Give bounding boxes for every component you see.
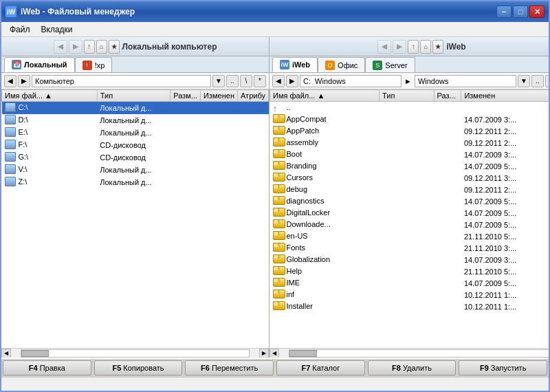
- left-hscroll-right[interactable]: ▶: [259, 349, 269, 358]
- right-file-row[interactable]: Globalization 14.07.2009 3:...: [270, 254, 549, 265]
- left-panel: ◀ ▶ ↑ ⌂ ★ Локальный компьютер 📅 Локальны…: [1, 37, 270, 358]
- folder-icon: [273, 161, 284, 170]
- right-file-row[interactable]: diagnostics 14.07.2009 5:...: [270, 195, 549, 207]
- left-file-row[interactable]: V:\ Локальный д...: [2, 164, 269, 176]
- left-forward-button[interactable]: ▶: [69, 40, 82, 54]
- right-address-input[interactable]: [300, 75, 402, 87]
- folder-icon: [273, 290, 284, 298]
- left-addr-forward[interactable]: ▶: [18, 75, 30, 87]
- right-addr-dot1[interactable]: ..: [531, 75, 544, 87]
- right-file-row[interactable]: Boot 14.07.2009 3:...: [270, 149, 549, 160]
- left-file-row[interactable]: G:\ CD-дисковод: [2, 151, 269, 164]
- func-btn-f7[interactable]: F7Каталог: [276, 360, 365, 375]
- left-file-row[interactable]: Z:\ Локальный д...: [2, 176, 269, 188]
- left-back-button[interactable]: ◀: [54, 40, 67, 54]
- minimize-button[interactable]: −: [496, 6, 512, 18]
- left-hscroll-left[interactable]: ◀: [1, 349, 11, 358]
- right-file-row[interactable]: AppCompat 14.07.2009 3:...: [270, 113, 549, 125]
- right-col-modified[interactable]: Изменен: [461, 90, 549, 102]
- right-file-row[interactable]: IME 14.07.2009 5:...: [270, 277, 549, 289]
- right-cell-size: [434, 301, 461, 312]
- left-tab-local[interactable]: 📅 Локальный: [4, 57, 75, 72]
- right-bookmark-button[interactable]: ★: [432, 40, 443, 54]
- left-hscroll-thumb[interactable]: [21, 350, 49, 357]
- right-col-name[interactable]: Имя файл... ▲: [270, 90, 380, 102]
- left-file-row[interactable]: E:\ Локальный д...: [2, 127, 269, 139]
- right-cell-type: [380, 289, 434, 301]
- right-forward-button[interactable]: ▶: [393, 40, 406, 54]
- right-file-row[interactable]: Help 21.11.2010 5:...: [270, 265, 549, 277]
- left-hscroll[interactable]: ◀ ▶: [1, 348, 269, 358]
- left-address-input[interactable]: [32, 75, 211, 87]
- left-addr-dot1[interactable]: ..: [226, 75, 239, 87]
- right-file-row[interactable]: Fonts 21.11.2010 3:... RS: [270, 242, 549, 254]
- left-col-modified[interactable]: Изменен: [201, 90, 238, 102]
- right-addr-back[interactable]: ◀: [272, 75, 285, 87]
- left-file-row[interactable]: D:\ Локальный д...: [2, 114, 269, 127]
- right-file-row[interactable]: inf 10.12.2011 1:...: [270, 289, 549, 301]
- func-action-label: Переместить: [212, 364, 258, 372]
- right-file-row[interactable]: ↑ ..: [270, 102, 549, 114]
- right-up-button[interactable]: ↑: [408, 40, 419, 54]
- func-btn-f5[interactable]: F5Копировать: [94, 360, 183, 375]
- left-home-button[interactable]: ⌂: [96, 40, 107, 54]
- right-address-path[interactable]: [415, 75, 516, 87]
- left-file-list[interactable]: Имя фай... ▲ Тип Разм... Изменен: [1, 89, 269, 348]
- left-file-row[interactable]: F:\ CD-дисковод: [2, 139, 269, 151]
- right-cell-size: [434, 242, 461, 254]
- right-addr-backslash[interactable]: \: [545, 75, 549, 87]
- left-addr-asterisk[interactable]: *: [254, 75, 266, 87]
- menu-tabs[interactable]: Вкладки: [36, 23, 78, 36]
- left-tab-xp[interactable]: ! !xp: [75, 57, 113, 72]
- right-col-type[interactable]: Тип: [380, 90, 434, 102]
- func-btn-f9[interactable]: F9Запустить: [459, 360, 547, 375]
- right-hscroll-left[interactable]: ◀: [270, 349, 279, 358]
- right-file-row[interactable]: DigitalLocker 14.07.2009 5:...: [270, 207, 549, 219]
- left-tab-local-label: Локальный: [24, 61, 67, 69]
- func-btn-f8[interactable]: F8Удалить: [368, 360, 456, 375]
- left-cell-attr: [238, 139, 269, 151]
- left-col-name[interactable]: Имя фай... ▲: [2, 90, 98, 102]
- right-tab-server[interactable]: S Server: [365, 57, 415, 72]
- left-cell-name: C:\: [2, 102, 98, 115]
- left-cell-name: F:\: [2, 139, 98, 151]
- right-file-row[interactable]: AppPatch 09.12.2011 2:...: [270, 125, 549, 137]
- right-hscroll-thumb[interactable]: [289, 350, 317, 357]
- right-addr-sep: ►: [403, 77, 413, 85]
- left-addr-back[interactable]: ◀: [4, 75, 16, 87]
- right-file-row[interactable]: Cursors 09.12.2011 3:...: [270, 172, 549, 184]
- func-btn-f6[interactable]: F6Переместить: [185, 360, 274, 375]
- left-col-attr[interactable]: Атрибу: [238, 90, 269, 102]
- right-file-row[interactable]: Downloade... 14.07.2009 5:...: [270, 219, 549, 230]
- left-addr-dropdown[interactable]: ▼: [212, 75, 225, 87]
- menu-file[interactable]: Файл: [4, 23, 36, 36]
- right-hscroll[interactable]: ◀ ▶: [270, 348, 549, 358]
- right-file-row[interactable]: assembly 09.12.2011 2:... RS: [270, 137, 549, 149]
- right-file-list[interactable]: Имя файл... ▲ Тип Раз... Изменен: [270, 89, 549, 348]
- right-tab-office[interactable]: O Офис: [318, 57, 365, 72]
- right-cell-type: [380, 254, 434, 265]
- folder-icon: [273, 301, 284, 310]
- right-addr-dropdown[interactable]: ▼: [518, 75, 530, 87]
- right-col-size[interactable]: Раз...: [434, 90, 461, 102]
- right-addr-forward[interactable]: ▶: [286, 75, 298, 87]
- right-tab-iweb[interactable]: iW iWeb: [272, 57, 318, 72]
- right-home-button[interactable]: ⌂: [420, 40, 431, 54]
- left-addr-backslash[interactable]: \: [240, 75, 252, 87]
- left-col-type[interactable]: Тип: [97, 90, 170, 102]
- maximize-button[interactable]: □: [513, 6, 528, 18]
- window-controls: − □ ✕: [496, 6, 544, 18]
- left-up-button[interactable]: ↑: [84, 40, 95, 54]
- right-file-row[interactable]: en-US 21.11.2010 5:...: [270, 230, 549, 242]
- left-bookmark-button[interactable]: ★: [109, 40, 120, 54]
- left-col-size[interactable]: Разм...: [170, 90, 201, 102]
- close-button[interactable]: ✕: [529, 6, 544, 18]
- right-file-row[interactable]: debug 09.12.2011 2:...: [270, 184, 549, 195]
- right-file-row[interactable]: Branding 14.07.2009 5:...: [270, 160, 549, 172]
- right-file-row[interactable]: Installer 10.12.2011 1:... H:: [270, 301, 549, 312]
- main-window: iW iWeb - Файловый менеджер − □ ✕ Файл В…: [0, 0, 550, 392]
- left-cell-size: [170, 164, 201, 176]
- right-back-button[interactable]: ◀: [377, 40, 391, 54]
- func-btn-f4[interactable]: F4Правка: [3, 360, 91, 375]
- left-file-row[interactable]: C:\ Локальный д...: [2, 102, 269, 115]
